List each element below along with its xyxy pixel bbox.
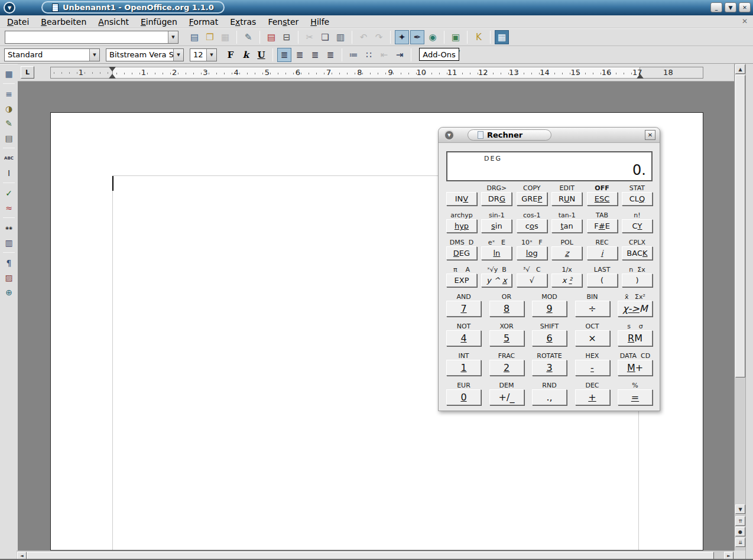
menu-format[interactable]: Format xyxy=(183,16,224,28)
form-functions-button[interactable]: ▤ xyxy=(2,131,16,145)
chevron-down-icon[interactable]: ▼ xyxy=(173,49,183,61)
calc-key-sin[interactable]: sin xyxy=(481,219,512,233)
load-url-combo[interactable]: ▼ xyxy=(5,31,178,44)
data-sources-button[interactable]: ▥ xyxy=(2,236,16,249)
menu-ansicht[interactable]: Ansicht xyxy=(92,16,135,28)
calc-key-4[interactable]: 4 xyxy=(446,330,481,346)
autotext-button[interactable]: ABC xyxy=(2,151,16,165)
redo-button[interactable]: ↷ xyxy=(372,30,386,44)
minimize-button[interactable]: _ xyxy=(710,2,722,12)
navigator-button[interactable]: ✦ xyxy=(395,30,409,44)
numbered-list-button[interactable]: ≔ xyxy=(346,48,361,62)
calc-key-1[interactable]: 1 xyxy=(446,360,481,376)
font-size-combo[interactable]: 12 ▼ xyxy=(190,48,217,61)
calc-key-minus[interactable]: - xyxy=(575,360,610,376)
calculator-close-button[interactable]: ✕ xyxy=(645,130,655,140)
calc-key-deg[interactable]: DEG xyxy=(446,246,477,260)
calc-key-grep[interactable]: GREP xyxy=(517,192,547,206)
previous-page-button[interactable]: ⇈ xyxy=(735,516,745,526)
chevron-down-icon[interactable]: ▼ xyxy=(168,31,178,43)
calc-key-drg[interactable]: DRG xyxy=(481,192,512,206)
url-field[interactable] xyxy=(5,31,168,43)
calc-key-back[interactable]: BACK xyxy=(622,246,653,260)
calc-key-multiply[interactable]: × xyxy=(575,330,610,346)
horizontal-scrollbar-thumb[interactable] xyxy=(27,552,714,560)
calc-key-run[interactable]: RUN xyxy=(551,192,582,206)
scroll-left-button[interactable]: ◄ xyxy=(17,552,27,560)
online-layout-button[interactable]: ⊕ xyxy=(2,285,16,299)
calc-key-9[interactable]: 9 xyxy=(532,301,567,317)
new-document-button[interactable]: ▤ xyxy=(187,30,202,44)
calc-key-paren-close[interactable]: ) xyxy=(622,274,653,287)
calc-key-clq[interactable]: CLQ xyxy=(622,192,653,206)
scroll-down-button[interactable]: ▼ xyxy=(735,504,745,514)
calc-key-ln[interactable]: ln xyxy=(481,246,512,260)
close-document-icon[interactable]: ✕ xyxy=(742,17,748,25)
horizontal-scrollbar[interactable]: ◄ ► xyxy=(17,551,734,560)
calc-key-2[interactable]: 2 xyxy=(489,360,524,376)
menu-extras[interactable]: Extras xyxy=(224,16,262,28)
calc-key-z[interactable]: z xyxy=(551,246,582,260)
chevron-down-icon[interactable]: ▼ xyxy=(206,49,216,61)
calc-key-store-memory[interactable]: χ->M xyxy=(618,301,653,317)
menu-hilfe[interactable]: Hilfe xyxy=(304,16,335,28)
draw-functions-button[interactable]: ✎ xyxy=(2,116,16,130)
scroll-up-button[interactable]: ▲ xyxy=(735,64,745,74)
calc-key-tan[interactable]: tan xyxy=(551,219,582,233)
calc-key-sqrt[interactable]: √ xyxy=(517,274,547,287)
calc-key-i[interactable]: i xyxy=(587,246,618,260)
left-indent-marker[interactable] xyxy=(109,74,116,79)
edit-file-button[interactable]: ✎ xyxy=(241,30,255,44)
calc-key-exp[interactable]: EXP xyxy=(446,274,477,287)
spellcheck-button[interactable]: ✓ xyxy=(2,186,16,200)
calc-key-decimal[interactable]: ., xyxy=(532,389,567,405)
vertical-scrollbar-thumb[interactable] xyxy=(735,75,745,377)
paste-button[interactable]: ▥ xyxy=(333,30,348,44)
open-button[interactable]: ❐ xyxy=(203,30,217,44)
bullet-list-button[interactable]: ∷ xyxy=(362,48,376,62)
chevron-down-icon[interactable]: ▼ xyxy=(89,49,99,61)
save-button[interactable]: ▦ xyxy=(218,30,232,44)
direct-cursor-button[interactable]: I xyxy=(2,166,16,180)
navigation-button[interactable]: ● xyxy=(735,527,745,536)
calc-key-plus-minus[interactable]: +/_ xyxy=(489,389,524,405)
autospellcheck-button[interactable]: ≈ xyxy=(2,201,16,214)
insert-objects-button[interactable]: ◑ xyxy=(2,102,16,115)
menu-fenster[interactable]: Fenster xyxy=(262,16,304,28)
calc-key-log[interactable]: log xyxy=(517,246,547,260)
calc-key-5[interactable]: 5 xyxy=(489,330,524,346)
decrease-indent-button[interactable]: ⇤ xyxy=(377,48,391,62)
calc-key-cos[interactable]: cos xyxy=(517,219,547,233)
calc-key-hyp[interactable]: hyp xyxy=(446,219,477,233)
calc-key-3[interactable]: 3 xyxy=(532,360,567,376)
italic-button[interactable]: k xyxy=(239,48,253,62)
data-sources-button[interactable]: K xyxy=(472,30,486,44)
calc-key-y-pow-x[interactable]: y ^ x xyxy=(481,274,512,287)
calculator-addon-button[interactable]: ▦ xyxy=(495,30,509,44)
close-button[interactable]: ✕ xyxy=(739,2,751,12)
print-button[interactable]: ⊟ xyxy=(280,30,294,44)
calc-key-x-squared[interactable]: x ² xyxy=(551,274,582,287)
find-replace-button[interactable]: ◉◉ xyxy=(2,221,16,235)
menu-datei[interactable]: Datei xyxy=(1,16,35,28)
insert-table-button[interactable]: ▦ xyxy=(2,67,16,80)
calc-key-esc[interactable]: ESC xyxy=(587,192,618,206)
calculator-titlebar[interactable]: ▼ Rechner ✕ xyxy=(439,128,660,143)
menu-bearbeiten[interactable]: Bearbeiten xyxy=(35,16,92,28)
first-line-indent-marker[interactable] xyxy=(109,67,116,71)
justify-button[interactable]: ≣ xyxy=(323,48,337,62)
calc-key-divide[interactable]: ÷ xyxy=(575,301,610,317)
calc-key-cy[interactable]: CY xyxy=(622,219,653,233)
calculator-menu-button[interactable]: ▼ xyxy=(444,130,455,141)
next-page-button[interactable]: ⇊ xyxy=(735,538,745,547)
export-pdf-button[interactable]: ▤ xyxy=(264,30,278,44)
align-center-button[interactable]: ≣ xyxy=(293,48,307,62)
copy-button[interactable]: ❏ xyxy=(318,30,332,44)
font-name-combo[interactable]: Bitstream Vera S ▼ xyxy=(106,48,184,61)
stylist-button[interactable]: ✒ xyxy=(410,30,424,44)
calc-key-7[interactable]: 7 xyxy=(446,301,481,317)
window-titlebar[interactable]: ▼ Unbenannt1 - OpenOffice.org 1.1.0 _▼✕ xyxy=(0,0,753,15)
align-left-button[interactable]: ≣ xyxy=(277,48,291,62)
shade-button[interactable]: ▼ xyxy=(725,2,736,12)
insert-fields-button[interactable]: ≡ xyxy=(2,87,16,100)
